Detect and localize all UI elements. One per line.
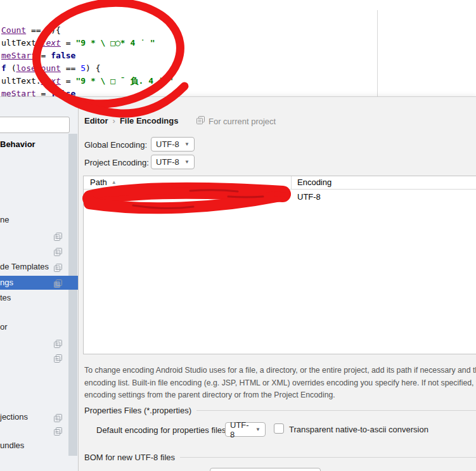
code-line[interactable]: meStart = false [1,87,75,96]
code-token: text [41,76,61,86]
help-text-line: encoding list. Built-in file encoding (e… [84,377,476,390]
breadcrumb: Editor›File Encodings [84,116,178,126]
default-properties-encoding-label: Default encoding for properties files: [96,425,228,435]
tree-item-tes[interactable]: tes [0,291,79,305]
global-encoding-value: UTF-8 [156,139,179,149]
tree-item[interactable] [0,351,79,365]
code-token: 5 [80,63,86,73]
tree-item-label: tes [0,291,11,305]
tree-item-label: jections [0,410,28,424]
for-current-project-label: For current project [209,117,276,126]
tree-item[interactable] [0,229,79,243]
code-token: text [41,38,61,48]
chevron-down-icon: ▼ [184,159,190,165]
settings-tree-panel: Behaviornede Templatesngstesorjectionsun… [0,97,79,471]
editor-margin-guide [377,10,378,96]
tree-item[interactable] [0,423,79,437]
global-encoding-dropdown[interactable]: UTF-8 ▼ [151,137,195,152]
code-token: ){ [51,25,61,35]
code-editor[interactable]: Count == 5){ultText.text = "9 * \ □◯* 4 … [0,0,476,96]
code-token: false [51,51,75,60]
table-header-row: Path▲ Encoding [84,176,476,190]
settings-search-input[interactable] [0,117,70,133]
row-encoding-value[interactable]: UTF-8 [297,192,321,202]
transparent-ascii-checkbox[interactable] [274,423,284,434]
code-token: "9 * \ □ ˉ 負. 4 ˙ " [75,76,173,86]
column-header-encoding[interactable]: Encoding [297,177,331,187]
code-token: == [26,25,46,35]
tree-item-behavior[interactable]: Behavior [0,138,79,152]
help-text-line: To change encoding Android Studio uses f… [84,365,476,377]
code-line[interactable]: ultText.text = "9 * \ □ ˉ 負. 4 ˙ " [1,75,173,87]
tree-item-ne[interactable]: ne [0,213,79,227]
sort-asc-icon: ▲ [112,179,117,185]
properties-encoding-dropdown[interactable]: UTF-8 ▼ [225,422,266,437]
chevron-down-icon: ▼ [255,427,261,432]
code-token: = [36,89,51,96]
section-rule [180,457,476,458]
code-token: "9 * \ □◯* 4 ˙ " [75,38,155,48]
chevron-down-icon: ▼ [184,141,190,147]
tree-item-label: ngs [0,276,13,290]
project-settings-icon [54,262,62,276]
tree-item-ngs[interactable]: ngs [0,276,79,290]
project-settings-icon [196,116,205,126]
tree-item-label: or [0,320,8,334]
properties-files-section: Properties Files (*.properties) [84,406,476,415]
tree-item-undles[interactable]: undles [0,439,79,453]
code-token: loseCount [16,63,60,73]
tree-item-or[interactable]: or [0,320,79,334]
code-token: ultText. [1,38,41,48]
project-settings-icon [54,231,62,245]
code-token: = [61,38,75,48]
tree-item-jections[interactable]: jections [0,410,79,424]
settings-dialog: Behaviornede Templatesngstesorjectionsun… [0,96,476,471]
code-token: = [61,76,75,86]
code-token: Count [1,25,26,35]
code-line[interactable]: Count == 5){ [1,24,61,37]
encodings-table[interactable]: Path▲ Encoding UTF-8 [83,176,476,354]
bom-dropdown[interactable] [210,468,321,471]
breadcrumb-file-encodings: File Encodings [120,116,178,126]
code-token: ultText. [1,76,41,86]
project-encoding-value: UTF-8 [156,157,179,167]
section-rule [196,410,476,411]
project-settings-icon [54,426,62,440]
tree-item-label: ne [0,213,9,227]
code-token: = [36,51,51,60]
code-token: meStart [1,51,36,60]
code-line[interactable]: f (loseCount == 5) { [1,62,101,75]
code-line[interactable]: meStart = false [1,49,75,62]
code-token: == [61,63,80,73]
bom-section-title: BOM for new UTF-8 files [84,453,175,462]
global-encoding-label: Global Encoding: [84,140,147,150]
project-encoding-dropdown[interactable]: UTF-8 ▼ [151,155,195,169]
tree-item-label: undles [0,439,24,453]
project-settings-icon [54,247,62,261]
for-current-project-badge: For current project [196,116,276,126]
tree-item-de-templates[interactable]: de Templates [0,260,79,274]
project-settings-icon [54,353,62,367]
encoding-help-text: To change encoding Android Studio uses f… [84,365,476,402]
column-divider[interactable] [291,176,292,190]
code-token: ) { [86,63,100,73]
code-line[interactable]: ultText.text = "9 * \ □◯* 4 ˙ " [1,37,155,49]
column-header-path[interactable]: Path▲ [90,177,117,187]
file-encodings-page: Editor›File Encodings For current projec… [79,97,476,471]
code-token: f [1,63,6,73]
transparent-ascii-label: Transparent native-to-ascii conversion [289,425,428,434]
project-settings-icon [54,278,62,292]
code-token: ( [6,63,16,73]
properties-files-title: Properties Files (*.properties) [84,406,191,415]
tree-item[interactable] [0,336,79,350]
breadcrumb-editor[interactable]: Editor [84,116,108,126]
tree-item-label: de Templates [0,260,49,274]
table-row[interactable]: UTF-8 [84,190,476,205]
tree-item[interactable] [0,244,79,258]
help-text-line: encoding settings from the parent direct… [84,389,476,402]
properties-encoding-value: UTF-8 [230,420,252,439]
project-encoding-label: Project Encoding: [84,158,149,167]
screen: Count == 5){ultText.text = "9 * \ □◯* 4 … [0,0,476,471]
breadcrumb-separator-icon: › [108,116,120,126]
tree-item-label: Behavior [0,138,35,152]
